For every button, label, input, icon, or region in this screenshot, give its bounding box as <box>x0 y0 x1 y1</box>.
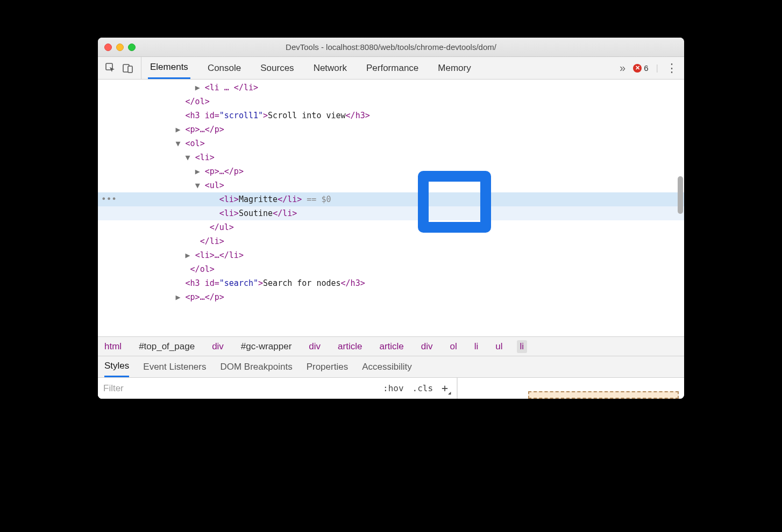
close-window-button[interactable] <box>104 44 112 51</box>
window-controls <box>104 44 136 51</box>
tab-memory[interactable]: Memory <box>436 57 473 79</box>
tab-console[interactable]: Console <box>205 57 243 79</box>
expand-icon[interactable]: ▶ <box>195 83 205 92</box>
dom-node[interactable]: <h3 id="search">Search for nodes</h3> <box>98 276 684 290</box>
error-icon: ✕ <box>633 64 642 73</box>
inspect-element-icon[interactable] <box>105 63 116 74</box>
dom-node[interactable]: </ol> <box>98 262 684 276</box>
cls-toggle[interactable]: .cls <box>413 383 433 393</box>
main-toolbar: Elements Console Sources Network Perform… <box>98 57 684 80</box>
new-style-rule-button[interactable]: +◢ <box>442 382 451 396</box>
crumb-article[interactable]: article <box>376 340 407 353</box>
minimize-window-button[interactable] <box>116 44 124 51</box>
collapse-icon[interactable]: ▼ <box>176 139 186 148</box>
dom-tree[interactable]: ▶ <li … </li> </ol> <h3 id="scroll1">Scr… <box>98 80 684 304</box>
styles-panel-tabs: Styles Event Listeners DOM Breakpoints P… <box>98 356 684 377</box>
dom-node[interactable]: ▶ <li>…</li> <box>98 248 684 262</box>
filter-input[interactable] <box>98 378 378 399</box>
crumb-li[interactable]: li <box>471 340 482 353</box>
dom-node[interactable]: ▼ <ul> <box>98 178 684 192</box>
expand-icon[interactable]: ▶ <box>176 125 186 134</box>
tab-event-listeners[interactable]: Event Listeners <box>143 356 206 377</box>
dom-node[interactable]: ▶ <p>…</p> <box>98 164 684 178</box>
dom-node[interactable]: </li> <box>98 234 684 248</box>
collapse-icon[interactable]: ▼ <box>195 181 205 190</box>
scrollbar[interactable] <box>677 80 683 336</box>
crumb-div[interactable]: div <box>418 340 436 353</box>
crumb-ol[interactable]: ol <box>447 340 460 353</box>
dom-node[interactable]: <li>Soutine</li> <box>98 206 684 220</box>
dom-node[interactable]: ▶ <li … </li> <box>98 81 684 95</box>
highlight-overlay-icon <box>418 171 491 233</box>
device-toolbar-icon[interactable] <box>123 63 133 74</box>
more-tabs-icon[interactable]: » <box>620 62 625 74</box>
panel-tabs: Elements Console Sources Network Perform… <box>141 57 473 79</box>
tab-performance[interactable]: Performance <box>364 57 421 79</box>
dom-node[interactable]: ▶ <p>…</p> <box>98 290 684 304</box>
crumb-li-current[interactable]: li <box>517 340 528 353</box>
dom-node-selected[interactable]: ••• <li>Magritte</li> == $0 <box>98 192 684 206</box>
tab-network[interactable]: Network <box>311 57 349 79</box>
box-model-margin-icon <box>528 391 679 399</box>
zoom-window-button[interactable] <box>128 44 136 51</box>
scrollbar-thumb[interactable] <box>678 176 683 214</box>
dom-node[interactable]: </ul> <box>98 220 684 234</box>
crumb-top-of-page[interactable]: #top_of_page <box>136 340 198 353</box>
dom-tree-panel: ▶ <li … </li> </ol> <h3 id="scroll1">Scr… <box>98 80 684 336</box>
titlebar: DevTools - localhost:8080/web/tools/chro… <box>98 38 684 57</box>
expand-icon[interactable]: ▶ <box>195 167 205 176</box>
crumb-html[interactable]: html <box>101 340 125 353</box>
dom-node[interactable]: ▶ <p>…</p> <box>98 123 684 136</box>
dom-node[interactable]: </ol> <box>98 95 684 109</box>
hov-toggle[interactable]: :hov <box>383 383 404 393</box>
box-model-panel <box>457 378 684 399</box>
error-count: 6 <box>644 63 648 73</box>
error-badge[interactable]: ✕ 6 <box>633 63 648 73</box>
selected-node-marker: == $0 <box>302 195 331 204</box>
devtools-window: DevTools - localhost:8080/web/tools/chro… <box>98 38 684 399</box>
expand-icon[interactable]: ▶ <box>186 250 195 260</box>
tab-sources[interactable]: Sources <box>258 57 296 79</box>
window-title: DevTools - localhost:8080/web/tools/chro… <box>98 42 684 52</box>
tab-elements[interactable]: Elements <box>148 57 190 79</box>
tab-accessibility[interactable]: Accessibility <box>362 356 412 377</box>
gutter-ellipsis-icon[interactable]: ••• <box>101 192 117 206</box>
tab-styles[interactable]: Styles <box>104 356 129 377</box>
dom-node[interactable]: <h3 id="scroll1">Scroll into view</h3> <box>98 109 684 123</box>
dom-node[interactable]: ▼ <ol> <box>98 136 684 150</box>
styles-filter-bar: :hov .cls +◢ <box>98 377 684 399</box>
crumb-div[interactable]: div <box>209 340 227 353</box>
crumb-div[interactable]: div <box>305 340 324 353</box>
svg-rect-2 <box>128 66 132 73</box>
tab-properties[interactable]: Properties <box>307 356 348 377</box>
dom-node[interactable]: ▼ <li> <box>98 150 684 164</box>
collapse-icon[interactable]: ▼ <box>186 153 195 162</box>
dom-breadcrumbs: html #top_of_page div #gc-wrapper div ar… <box>98 336 684 356</box>
expand-icon[interactable]: ▶ <box>176 292 186 302</box>
crumb-article[interactable]: article <box>335 340 365 353</box>
crumb-gc-wrapper[interactable]: #gc-wrapper <box>238 340 295 353</box>
tab-dom-breakpoints[interactable]: DOM Breakpoints <box>220 356 292 377</box>
crumb-ul[interactable]: ul <box>492 340 506 353</box>
